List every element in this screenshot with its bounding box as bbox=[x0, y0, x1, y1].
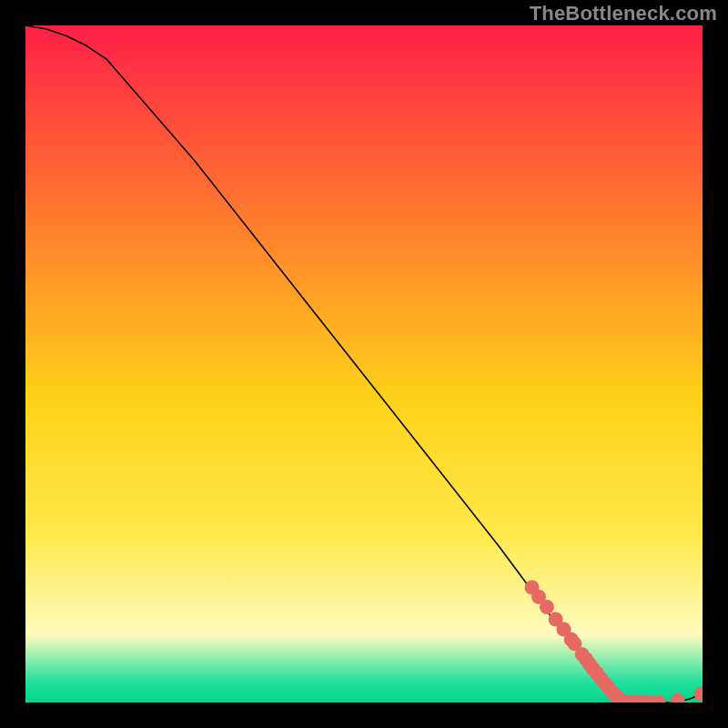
chart-stage: TheBottleneck.com bbox=[0, 0, 728, 728]
plot-background bbox=[25, 25, 703, 703]
marker-dot bbox=[540, 600, 554, 614]
watermark-text: TheBottleneck.com bbox=[530, 2, 717, 25]
chart-svg bbox=[25, 25, 703, 703]
